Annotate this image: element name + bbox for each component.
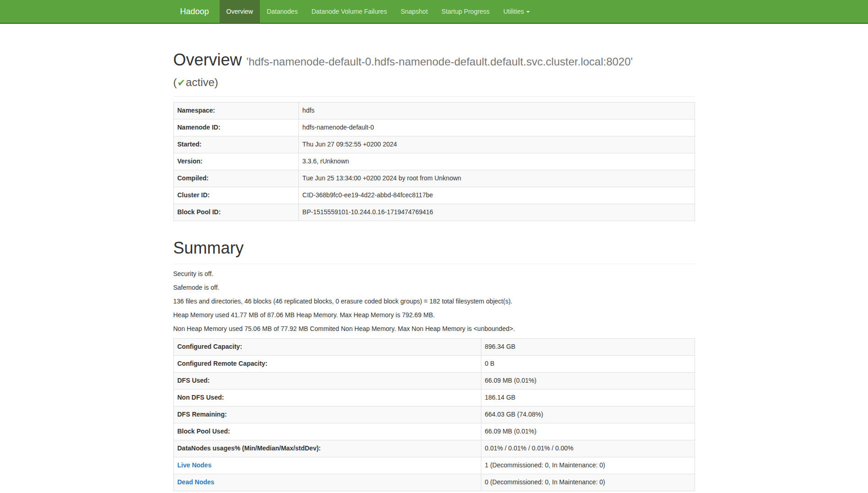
summary-title: Summary <box>173 238 695 258</box>
table-row: Version:3.3.6, rUnknown <box>173 153 695 170</box>
row-label-started: Started: <box>173 136 298 153</box>
nav-item-label: Overview <box>220 0 260 23</box>
row-value-namespace: hdfs <box>298 103 695 119</box>
table-row: Configured Remote Capacity:0 B <box>173 355 695 372</box>
divider <box>173 264 695 264</box>
table-row: Namenode ID:hdfs-namenode-default-0 <box>173 119 695 136</box>
status-open-paren: ( <box>173 76 177 88</box>
row-value-compiled: Tue Jun 25 13:34:00 +0200 2024 by root f… <box>298 170 695 187</box>
nav-item-label: Startup Progress <box>435 0 496 23</box>
row-label-version: Version: <box>173 153 298 170</box>
nav-item-overview[interactable]: Overview <box>220 0 260 23</box>
row-value-live-nodes: 1 (Decommissioned: 0, In Maintenance: 0) <box>481 457 695 474</box>
page-content: Overview 'hdfs-namenode-default-0.hdfs-n… <box>167 49 702 491</box>
navbar-inner: Hadoop OverviewDatanodesDatanode Volume … <box>167 0 702 23</box>
row-label-dead-nodes: Dead Nodes <box>173 474 481 491</box>
divider <box>173 96 695 97</box>
summary-text: Safemode is off. <box>173 283 695 293</box>
table-row: Configured Capacity:896.34 GB <box>173 338 695 355</box>
page-title-text: Overview <box>173 50 242 69</box>
row-value-dfs-used: 66.09 MB (0.01%) <box>481 372 695 389</box>
row-value-block-pool-used: 66.09 MB (0.01%) <box>481 423 695 440</box>
table-row: Block Pool Used:66.09 MB (0.01%) <box>173 423 695 440</box>
row-value-dead-nodes: 0 (Decommissioned: 0, In Maintenance: 0) <box>481 474 695 491</box>
nav-item-label: Snapshot <box>394 0 435 23</box>
summary-text: Non Heap Memory used 75.06 MB of 77.92 M… <box>173 325 695 334</box>
table-row: Live Nodes1 (Decommissioned: 0, In Maint… <box>173 457 695 474</box>
nav-item-label: Datanode Volume Failures <box>305 0 394 23</box>
namenode-status: (✔active) <box>173 76 218 88</box>
nav-item-label: Utilities <box>496 0 537 23</box>
row-label-configured-capacity: Configured Capacity: <box>173 338 481 355</box>
nav-item-utilities[interactable]: Utilities <box>496 0 537 23</box>
nav-item-datanode-volume-failures[interactable]: Datanode Volume Failures <box>305 0 394 23</box>
table-row: Block Pool ID:BP-1515559101-10.244.0.16-… <box>173 204 695 221</box>
row-value-started: Thu Jun 27 09:52:55 +0200 2024 <box>298 136 695 153</box>
active-check-icon: ✔ <box>177 77 186 88</box>
navbar-menu: OverviewDatanodesDatanode Volume Failure… <box>220 0 537 23</box>
table-row: Compiled:Tue Jun 25 13:34:00 +0200 2024 … <box>173 170 695 187</box>
summary-text: Security is off. <box>173 270 695 279</box>
status-label: active <box>186 76 215 88</box>
row-value-configured-remote-capacity: 0 B <box>481 355 695 372</box>
table-row: Dead Nodes0 (Decommissioned: 0, In Maint… <box>173 474 695 491</box>
row-label-dfs-remaining: DFS Remaining: <box>173 406 481 423</box>
page-title: Overview 'hdfs-namenode-default-0.hdfs-n… <box>173 49 695 91</box>
nav-item-label: Datanodes <box>260 0 305 23</box>
row-label-dfs-used: DFS Used: <box>173 372 481 389</box>
summary-paragraphs: Security is off.Safemode is off.136 file… <box>173 270 695 334</box>
nav-item-startup-progress[interactable]: Startup Progress <box>435 0 496 23</box>
row-label-namespace: Namespace: <box>173 103 298 119</box>
summary-table: Configured Capacity:896.34 GBConfigured … <box>173 338 695 491</box>
status-close-paren: ) <box>215 76 218 88</box>
row-value-block-pool-id: BP-1515559101-10.244.0.16-1719474769416 <box>298 204 695 221</box>
row-label-block-pool-used: Block Pool Used: <box>173 423 481 440</box>
table-row: Started:Thu Jun 27 09:52:55 +0200 2024 <box>173 136 695 153</box>
caret-down-icon <box>526 11 530 13</box>
table-row: DataNodes usages% (Min/Median/Max/stdDev… <box>173 440 695 457</box>
row-label-live-nodes: Live Nodes <box>173 457 481 474</box>
table-row: DFS Used:66.09 MB (0.01%) <box>173 372 695 389</box>
summary-text: 136 files and directories, 46 blocks (46… <box>173 297 695 306</box>
row-label-configured-remote-capacity: Configured Remote Capacity: <box>173 355 481 372</box>
row-label-non-dfs-used: Non DFS Used: <box>173 389 481 406</box>
row-value-datanodes-usages-min-median-max-stddev: 0.01% / 0.01% / 0.01% / 0.00% <box>481 440 695 457</box>
namenode-address: 'hdfs-namenode-default-0.hdfs-namenode-d… <box>247 55 633 68</box>
row-value-configured-capacity: 896.34 GB <box>481 338 695 355</box>
row-value-dfs-remaining: 664.03 GB (74.08%) <box>481 406 695 423</box>
dead-nodes-link[interactable]: Dead Nodes <box>178 478 215 486</box>
row-label-compiled: Compiled: <box>173 170 298 187</box>
namenode-info-table: Namespace:hdfsNamenode ID:hdfs-namenode-… <box>173 102 695 221</box>
table-row: Non DFS Used:186.14 GB <box>173 389 695 406</box>
row-value-version: 3.3.6, rUnknown <box>298 153 695 170</box>
summary-text: Heap Memory used 41.77 MB of 87.06 MB He… <box>173 311 695 320</box>
navbar: Hadoop OverviewDatanodesDatanode Volume … <box>0 0 868 24</box>
live-nodes-link[interactable]: Live Nodes <box>178 461 212 469</box>
nav-item-datanodes[interactable]: Datanodes <box>260 0 305 23</box>
row-label-namenode-id: Namenode ID: <box>173 119 298 136</box>
table-row: DFS Remaining:664.03 GB (74.08%) <box>173 406 695 423</box>
table-row: Cluster ID:CID-368b9fc0-ee19-4d22-abbd-8… <box>173 187 695 204</box>
row-value-namenode-id: hdfs-namenode-default-0 <box>298 119 695 136</box>
nav-item-snapshot[interactable]: Snapshot <box>394 0 435 23</box>
row-value-cluster-id: CID-368b9fc0-ee19-4d22-abbd-84fcec8117be <box>298 187 695 204</box>
row-label-block-pool-id: Block Pool ID: <box>173 204 298 221</box>
row-value-non-dfs-used: 186.14 GB <box>481 389 695 406</box>
row-label-cluster-id: Cluster ID: <box>173 187 298 204</box>
brand-hadoop[interactable]: Hadoop <box>173 0 216 23</box>
row-label-datanodes-usages-min-median-max-stddev: DataNodes usages% (Min/Median/Max/stdDev… <box>173 440 481 457</box>
table-row: Namespace:hdfs <box>173 103 695 119</box>
